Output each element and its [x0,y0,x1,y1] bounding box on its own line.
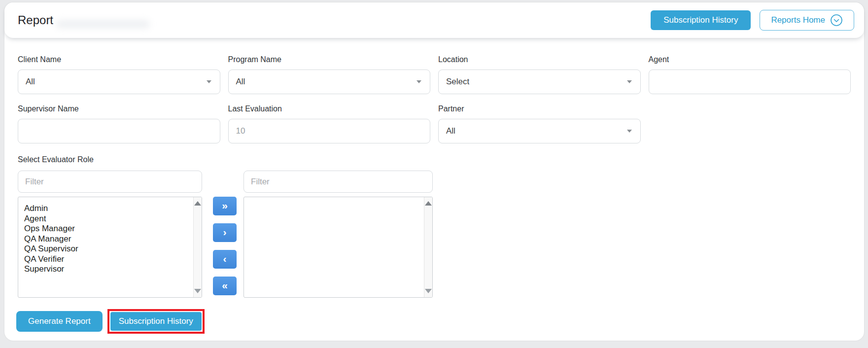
subscription-history-button-header[interactable]: Subscription History [651,10,751,30]
agent-label: Agent [649,55,851,65]
filter-grid-row-1: Client Name All Program Name All Locatio… [18,55,851,94]
role-option[interactable]: QA Supervisor [24,244,190,254]
filter-grid-row-2: Supervisor Name Last Evaluation Partner … [18,94,851,143]
role-option[interactable]: Supervisor [24,264,190,275]
bottom-actions: Generate Report Subscription History [16,309,851,334]
role-option[interactable]: QA Verifier [24,254,190,265]
selected-roles-column [243,171,433,298]
scroll-up-icon[interactable] [425,201,432,206]
program-name-value: All [236,77,245,87]
evaluator-role-dual-list: AdminAgentOps ManagerQA ManagerQA Superv… [18,171,851,298]
move-all-right-button[interactable]: » [213,197,237,215]
highlight-annotation-box: Subscription History [107,309,205,334]
client-name-label: Client Name [18,55,220,65]
move-all-left-button[interactable]: « [213,277,237,295]
evaluator-role-section-label: Select Evaluator Role [18,155,851,165]
caret-down-icon [417,80,421,83]
role-option[interactable]: Admin [24,204,190,214]
program-name-field: Program Name All [228,55,431,94]
agent-field: Agent [649,55,851,94]
move-left-button[interactable]: ‹ [213,250,237,269]
available-roles-column: AdminAgentOps ManagerQA ManagerQA Superv… [18,171,202,298]
scroll-up-icon[interactable] [194,201,201,206]
report-page-card: Report Subscription History Reports Home… [4,2,864,341]
available-roles-list: AdminAgentOps ManagerQA ManagerQA Superv… [18,197,202,275]
last-evaluation-label: Last Evaluation [228,104,431,114]
caret-down-icon [207,80,211,83]
supervisor-name-label: Supervisor Name [18,104,220,114]
generate-report-button[interactable]: Generate Report [16,311,103,332]
selected-roles-filter-input[interactable] [243,171,433,193]
page-header: Report Subscription History Reports Home [4,2,864,38]
scroll-down-icon[interactable] [425,289,432,293]
selected-roles-scrollbar[interactable] [424,197,432,297]
location-field: Location Select [438,55,641,94]
subscription-history-button-bottom[interactable]: Subscription History [110,312,202,331]
partner-field: Partner All [438,94,641,143]
role-option[interactable]: Ops Manager [24,224,190,234]
program-name-label: Program Name [228,55,431,65]
scroll-down-icon[interactable] [194,289,201,293]
client-name-select[interactable]: All [18,70,220,94]
selected-roles-list [244,197,432,204]
report-filters-panel: Client Name All Program Name All Locatio… [4,55,864,334]
available-roles-scrollbar[interactable] [193,197,202,297]
supervisor-name-input[interactable] [18,119,220,143]
program-name-select[interactable]: All [228,70,431,94]
reports-home-button[interactable]: Reports Home [760,10,854,31]
supervisor-name-field: Supervisor Name [18,94,220,143]
client-name-value: All [26,77,35,87]
chevron-down-circle-icon [830,14,843,27]
page-title: Report [18,13,53,27]
location-select[interactable]: Select [438,70,641,94]
transfer-buttons: » › ‹ « [213,174,237,295]
available-roles-listbox[interactable]: AdminAgentOps ManagerQA ManagerQA Superv… [18,197,202,298]
blurred-watermark [56,20,150,28]
partner-select[interactable]: All [438,119,641,143]
header-actions: Subscription History Reports Home [651,10,854,31]
role-option[interactable]: QA Manager [24,234,190,244]
location-value: Select [446,77,469,87]
client-name-field: Client Name All [18,55,220,94]
caret-down-icon [627,130,632,133]
last-evaluation-field: Last Evaluation [228,94,431,143]
caret-down-icon [627,80,632,83]
move-right-button[interactable]: › [213,223,237,242]
role-option[interactable]: Agent [24,214,190,224]
empty-grid-cell [649,94,851,143]
agent-input[interactable] [649,70,851,94]
reports-home-label: Reports Home [771,15,825,25]
partner-label: Partner [438,104,641,114]
available-roles-filter-input[interactable] [18,171,202,193]
last-evaluation-input[interactable] [228,119,431,143]
selected-roles-listbox[interactable] [243,197,433,298]
location-label: Location [438,55,641,65]
partner-value: All [446,126,455,136]
